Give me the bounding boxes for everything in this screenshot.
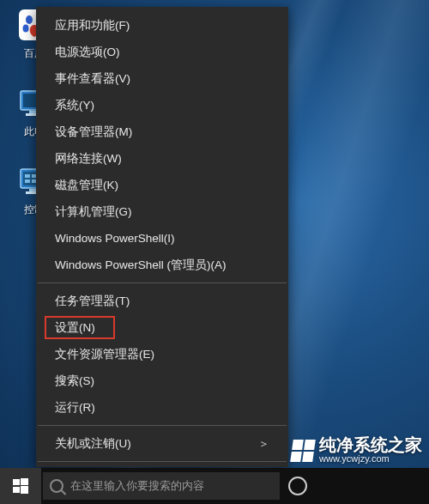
menu-item-label: 网络连接(W): [55, 145, 122, 172]
menu-item-computer-mgmt[interactable]: 计算机管理(G): [36, 198, 288, 225]
svg-point-3: [23, 25, 29, 33]
menu-item-label: 事件查看器(V): [55, 65, 130, 92]
svg-rect-21: [21, 486, 28, 494]
cortana-button[interactable]: [280, 468, 316, 504]
menu-item-powershell[interactable]: Windows PowerShell(I): [36, 225, 288, 252]
watermark-url: www.ycwjzy.com: [319, 454, 422, 465]
menu-item-system[interactable]: 系统(Y): [36, 92, 288, 118]
svg-rect-19: [21, 478, 28, 485]
menu-separator: [38, 282, 287, 283]
menu-item-label: 运行(R): [55, 394, 95, 421]
menu-separator: [38, 425, 287, 426]
watermark-text: 纯净系统之家: [319, 436, 422, 454]
menu-item-label: 设备管理器(M): [55, 118, 132, 145]
search-placeholder: 在这里输入你要搜索的内容: [70, 478, 204, 494]
menu-item-task-manager[interactable]: 任务管理器(T): [36, 288, 288, 314]
menu-item-search[interactable]: 搜索(S): [36, 367, 288, 394]
menu-item-label: 应用和功能(F): [55, 12, 130, 39]
menu-item-label: 文件资源管理器(E): [55, 341, 154, 367]
menu-item-shutdown[interactable]: 关机或注销(U)＞: [36, 430, 288, 457]
menu-item-label: Windows PowerShell (管理员)(A): [55, 252, 227, 278]
taskbar: 在这里输入你要搜索的内容: [0, 468, 429, 504]
menu-item-settings[interactable]: 设置(N): [36, 314, 288, 341]
svg-rect-14: [25, 179, 30, 183]
menu-item-label: 关机或注销(U): [55, 430, 131, 457]
menu-item-file-explorer[interactable]: 文件资源管理器(E): [36, 341, 288, 367]
svg-point-1: [26, 15, 33, 24]
menu-item-label: 任务管理器(T): [55, 288, 130, 314]
menu-item-powershell-admin[interactable]: Windows PowerShell (管理员)(A): [36, 252, 288, 278]
chevron-right-icon: ＞: [258, 430, 269, 457]
cortana-icon: [288, 477, 307, 495]
menu-item-label: 系统(Y): [55, 92, 94, 118]
search-icon: [50, 479, 63, 493]
watermark: 纯净系统之家 www.ycwjzy.com: [292, 436, 422, 465]
menu-item-run[interactable]: 运行(R): [36, 394, 288, 421]
menu-separator: [38, 461, 287, 462]
menu-item-network[interactable]: 网络连接(W): [36, 145, 288, 172]
svg-rect-11: [25, 174, 30, 178]
svg-rect-20: [13, 487, 20, 493]
menu-item-apps-features[interactable]: 应用和功能(F): [36, 12, 288, 39]
taskbar-search[interactable]: 在这里输入你要搜索的内容: [43, 472, 280, 500]
windows-logo-icon: [290, 440, 316, 462]
menu-item-device-manager[interactable]: 设备管理器(M): [36, 118, 288, 145]
svg-rect-18: [13, 479, 20, 485]
menu-item-power-options[interactable]: 电源选项(O): [36, 39, 288, 65]
menu-item-label: 设置(N): [55, 314, 95, 341]
start-button[interactable]: [0, 468, 41, 504]
menu-item-disk-mgmt[interactable]: 磁盘管理(K): [36, 172, 288, 198]
menu-item-label: 搜索(S): [55, 367, 94, 394]
menu-item-label: 电源选项(O): [55, 39, 120, 65]
menu-item-label: 计算机管理(G): [55, 198, 132, 225]
menu-item-event-viewer[interactable]: 事件查看器(V): [36, 65, 288, 92]
windows-start-icon: [13, 478, 28, 494]
menu-item-label: Windows PowerShell(I): [55, 225, 175, 252]
menu-item-label: 磁盘管理(K): [55, 172, 118, 198]
winx-context-menu: 应用和功能(F)电源选项(O)事件查看器(V)系统(Y)设备管理器(M)网络连接…: [36, 7, 288, 467]
desktop: 百度 此电: [0, 0, 429, 504]
